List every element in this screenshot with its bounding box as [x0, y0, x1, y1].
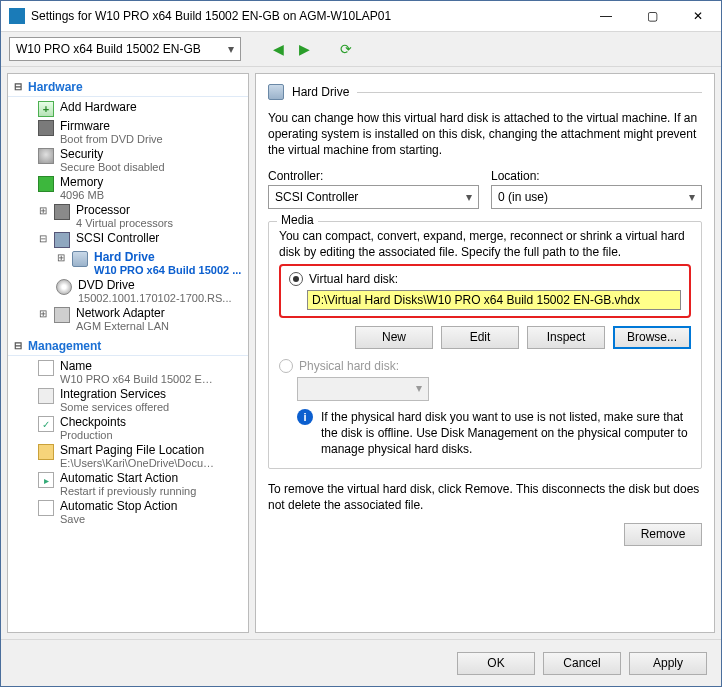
- expand-icon[interactable]: ⊞: [38, 205, 48, 216]
- cancel-button[interactable]: Cancel: [543, 652, 621, 675]
- ok-button[interactable]: OK: [457, 652, 535, 675]
- info-icon: i: [297, 409, 313, 425]
- physical-radio[interactable]: [279, 359, 293, 373]
- tree-add-hardware[interactable]: Add Hardware: [8, 99, 248, 118]
- close-button[interactable]: ✕: [675, 1, 721, 31]
- processor-icon: [54, 204, 70, 220]
- tree-security[interactable]: Security Secure Boot disabled: [8, 146, 248, 174]
- vhd-radio-label: Virtual hard disk:: [309, 272, 398, 286]
- inspect-button[interactable]: Inspect: [527, 326, 605, 349]
- hard-drive-icon: [268, 84, 284, 100]
- folder-icon: [38, 444, 54, 460]
- scsi-icon: [54, 232, 70, 248]
- remove-description: To remove the virtual hard disk, click R…: [268, 481, 702, 513]
- tree-firmware[interactable]: Firmware Boot from DVD Drive: [8, 118, 248, 146]
- edit-button[interactable]: Edit: [441, 326, 519, 349]
- highlight-annotation: Virtual hard disk: D:\Virtual Hard Disks…: [279, 264, 691, 318]
- titlebar: Settings for W10 PRO x64 Build 15002 EN-…: [1, 1, 721, 32]
- media-group: Media You can compact, convert, expand, …: [268, 221, 702, 469]
- hard-drive-icon: [72, 251, 88, 267]
- vhd-path-input[interactable]: D:\Virtual Hard Disks\W10 PRO x64 Build …: [307, 290, 681, 310]
- maximize-button[interactable]: ▢: [629, 1, 675, 31]
- minimize-button[interactable]: —: [583, 1, 629, 31]
- collapse-icon[interactable]: ⊟: [14, 340, 22, 351]
- new-button[interactable]: New: [355, 326, 433, 349]
- controller-label: Controller:: [268, 169, 479, 183]
- autostop-icon: [38, 500, 54, 516]
- physical-disk-select: [297, 377, 429, 401]
- management-section-header[interactable]: ⊟ Management: [8, 337, 248, 356]
- memory-icon: [38, 176, 54, 192]
- settings-tree[interactable]: ⊟ Hardware Add Hardware Firmware Boot fr…: [7, 73, 249, 633]
- name-icon: [38, 360, 54, 376]
- refresh-button[interactable]: ⟳: [337, 40, 355, 58]
- tree-smart-paging[interactable]: Smart Paging File Location E:\Users\Kari…: [8, 442, 248, 470]
- physical-info-text: If the physical hard disk you want to us…: [321, 409, 691, 458]
- expand-icon[interactable]: ⊞: [38, 308, 48, 319]
- tree-dvd[interactable]: DVD Drive 15002.1001.170102-1700.RS...: [8, 277, 248, 305]
- location-label: Location:: [491, 169, 702, 183]
- window-title: Settings for W10 PRO x64 Build 15002 EN-…: [31, 9, 583, 23]
- tree-auto-stop[interactable]: Automatic Stop Action Save: [8, 498, 248, 526]
- dvd-icon: [56, 279, 72, 295]
- vm-selector-value: W10 PRO x64 Build 15002 EN-GB: [16, 42, 201, 56]
- dialog-footer: OK Cancel Apply: [1, 639, 721, 686]
- add-hardware-icon: [38, 101, 54, 117]
- tree-checkpoints[interactable]: Checkpoints Production: [8, 414, 248, 442]
- checkpoints-icon: [38, 416, 54, 432]
- tree-memory[interactable]: Memory 4096 MB: [8, 174, 248, 202]
- vm-selector[interactable]: W10 PRO x64 Build 15002 EN-GB: [9, 37, 241, 61]
- physical-radio-label: Physical hard disk:: [299, 359, 399, 373]
- firmware-icon: [38, 120, 54, 136]
- hardware-section-header[interactable]: ⊟ Hardware: [8, 78, 248, 97]
- integration-icon: [38, 388, 54, 404]
- app-icon: [9, 8, 25, 24]
- security-icon: [38, 148, 54, 164]
- divider: [357, 92, 702, 93]
- media-legend: Media: [277, 213, 318, 227]
- tree-name[interactable]: Name W10 PRO x64 Build 15002 EN-GB: [8, 358, 248, 386]
- toolbar: W10 PRO x64 Build 15002 EN-GB ◀ ▶ ⟳: [1, 32, 721, 67]
- location-select[interactable]: 0 (in use): [491, 185, 702, 209]
- network-icon: [54, 307, 70, 323]
- tree-scsi[interactable]: ⊟ SCSI Controller: [8, 230, 248, 249]
- body: ⊟ Hardware Add Hardware Firmware Boot fr…: [1, 67, 721, 639]
- intro-text: You can change how this virtual hard dis…: [268, 110, 702, 159]
- expand-icon[interactable]: ⊞: [56, 252, 66, 263]
- controller-select[interactable]: SCSI Controller: [268, 185, 479, 209]
- panel-title: Hard Drive: [292, 85, 349, 99]
- prev-button[interactable]: ◀: [269, 40, 287, 58]
- tree-integration[interactable]: Integration Services Some services offer…: [8, 386, 248, 414]
- media-description: You can compact, convert, expand, merge,…: [279, 228, 691, 260]
- tree-hard-drive[interactable]: ⊞ Hard Drive W10 PRO x64 Build 15002 ...: [8, 249, 248, 277]
- tree-network[interactable]: ⊞ Network Adapter AGM External LAN: [8, 305, 248, 333]
- collapse-icon[interactable]: ⊟: [14, 81, 22, 92]
- apply-button[interactable]: Apply: [629, 652, 707, 675]
- detail-panel: Hard Drive You can change how this virtu…: [255, 73, 715, 633]
- tree-processor[interactable]: ⊞ Processor 4 Virtual processors: [8, 202, 248, 230]
- remove-button[interactable]: Remove: [624, 523, 702, 546]
- collapse-icon[interactable]: ⊟: [38, 233, 48, 244]
- tree-auto-start[interactable]: Automatic Start Action Restart if previo…: [8, 470, 248, 498]
- browse-button[interactable]: Browse...: [613, 326, 691, 349]
- autostart-icon: [38, 472, 54, 488]
- vhd-radio[interactable]: [289, 272, 303, 286]
- settings-window: Settings for W10 PRO x64 Build 15002 EN-…: [0, 0, 722, 687]
- next-button[interactable]: ▶: [295, 40, 313, 58]
